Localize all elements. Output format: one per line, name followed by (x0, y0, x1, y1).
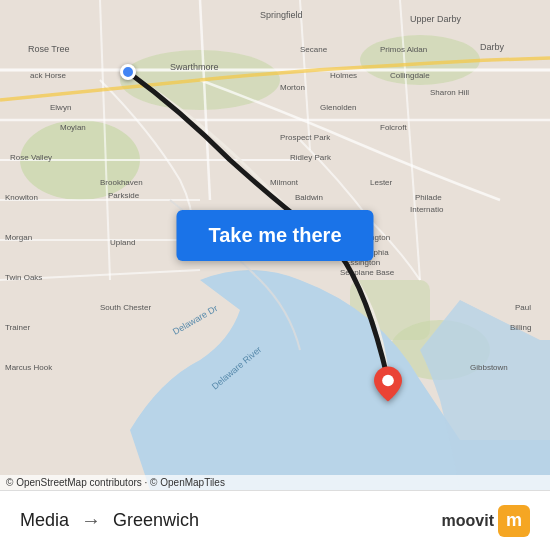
svg-text:Rose Tree: Rose Tree (28, 44, 70, 54)
svg-text:Philade: Philade (415, 193, 442, 202)
svg-text:Internatio: Internatio (410, 205, 444, 214)
svg-text:Morton: Morton (280, 83, 305, 92)
svg-text:Parkside: Parkside (108, 191, 140, 200)
svg-text:Springfield: Springfield (260, 10, 303, 20)
to-label: Greenwich (113, 510, 199, 531)
moovit-logo: moovit m (442, 505, 530, 537)
svg-text:Rose Valley: Rose Valley (10, 153, 52, 162)
svg-text:ack Horse: ack Horse (30, 71, 67, 80)
svg-text:Primos   Aldan: Primos Aldan (380, 45, 427, 54)
svg-text:Baldwin: Baldwin (295, 193, 323, 202)
svg-text:Holmes: Holmes (330, 71, 357, 80)
svg-text:Milmont: Milmont (270, 178, 299, 187)
svg-text:Folcroft: Folcroft (380, 123, 407, 132)
svg-text:Ridley Park: Ridley Park (290, 153, 332, 162)
svg-text:Secane: Secane (300, 45, 328, 54)
svg-text:Billing: Billing (510, 323, 531, 332)
take-me-there-button[interactable]: Take me there (176, 210, 373, 261)
svg-text:Upper Darby: Upper Darby (410, 14, 462, 24)
from-label: Media (20, 510, 69, 531)
moovit-icon: m (498, 505, 530, 537)
svg-text:Knowlton: Knowlton (5, 193, 38, 202)
copyright-bar: © OpenStreetMap contributors · © OpenMap… (0, 475, 550, 490)
svg-text:Paul: Paul (515, 303, 531, 312)
svg-text:Elwyn: Elwyn (50, 103, 71, 112)
bottom-bar: Media → Greenwich moovit m (0, 490, 550, 550)
origin-marker (120, 64, 136, 80)
arrow-icon: → (81, 509, 101, 532)
svg-text:South Chester: South Chester (100, 303, 151, 312)
svg-text:Glenolden: Glenolden (320, 103, 356, 112)
svg-text:Upland: Upland (110, 238, 135, 247)
svg-text:Twin Oaks: Twin Oaks (5, 273, 42, 282)
svg-text:Trainer: Trainer (5, 323, 30, 332)
svg-text:Gibbstown: Gibbstown (470, 363, 508, 372)
svg-text:Sharon Hill: Sharon Hill (430, 88, 469, 97)
moovit-logo-text: moovit (442, 512, 494, 530)
svg-text:Collingdale: Collingdale (390, 71, 430, 80)
svg-text:Darby: Darby (480, 42, 505, 52)
copyright-text: © OpenStreetMap contributors · © OpenMap… (6, 477, 225, 488)
destination-marker (374, 366, 402, 406)
svg-text:Marcus Hook: Marcus Hook (5, 363, 53, 372)
svg-text:Morgan: Morgan (5, 233, 32, 242)
svg-text:Lester: Lester (370, 178, 393, 187)
svg-text:Moylan: Moylan (60, 123, 86, 132)
svg-text:Swarthmore: Swarthmore (170, 62, 219, 72)
svg-text:Prospect Park: Prospect Park (280, 133, 331, 142)
svg-text:Brookhaven: Brookhaven (100, 178, 143, 187)
map-container: Rose Tree Springfield Upper Darby Darby … (0, 0, 550, 490)
svg-point-58 (382, 375, 394, 387)
